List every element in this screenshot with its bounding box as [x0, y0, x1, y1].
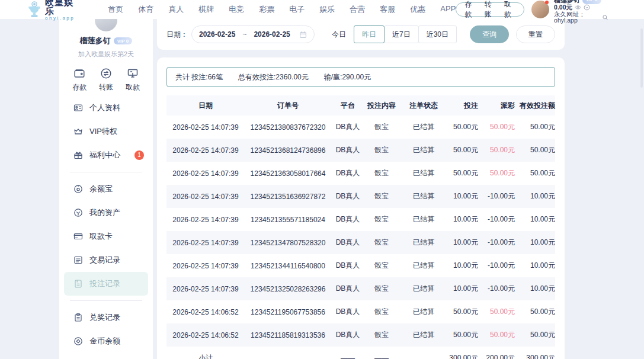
menu-divider: [70, 300, 142, 301]
nav-item-0[interactable]: 首页: [108, 4, 123, 15]
range-button-3[interactable]: 近30日: [418, 25, 457, 43]
header-avatar[interactable]: [531, 1, 549, 18]
cell-status: 已结算: [399, 208, 448, 231]
cell-bet: 10.00元: [448, 231, 478, 254]
sidebar-item-message[interactable]: 消息中心6: [59, 353, 153, 359]
nav-item-9[interactable]: 客服: [380, 4, 395, 15]
bet-records-table: 日期订单号平台投注内容注单状态投注派彩有效投注额 2026-02-25 14:0…: [166, 95, 555, 359]
cell-platform: DB真人: [331, 231, 364, 254]
trophy-logo-icon: [27, 1, 41, 18]
cell-bet: 50.00元: [448, 162, 478, 185]
crown-icon: [73, 127, 83, 136]
calendar-icon: [299, 31, 307, 39]
quick-action-transfer[interactable]: 转账: [99, 68, 113, 92]
quick-action-withdraw[interactable]: 取款: [126, 68, 140, 92]
top-header: 欧皇娱乐 ohyl.app 首页体育真人棋牌电竞彩票电子娱乐合营客服优惠APP …: [0, 0, 644, 19]
menu-divider: [70, 172, 142, 172]
cell-date: 2026-02-25 14:06:52: [166, 323, 245, 347]
refresh-chevron-icon[interactable]: [584, 4, 590, 11]
table-header: 日期订单号平台投注内容注单状态投注派彩有效投注额: [166, 95, 555, 116]
sidebar-item-gift[interactable]: 福利中心1: [59, 143, 153, 167]
table-row: 2026-02-25 14:06:521234521195067753856DB…: [166, 300, 555, 323]
cell-valid: 50.00元: [515, 139, 555, 162]
eye-icon[interactable]: [575, 4, 581, 11]
sidebar-item-coin[interactable]: 金币余额: [59, 329, 153, 353]
filter-card: 日期： 2026-02-25 ~ 2026-02-25 今日昨日近7日近30日 …: [157, 19, 565, 50]
page-scrollbar[interactable]: [640, 28, 643, 88]
deposit-icon: [73, 68, 85, 79]
nav-item-4[interactable]: 电竞: [229, 4, 244, 15]
sidebar-item-label: 取款卡: [89, 231, 113, 242]
range-button-0[interactable]: 今日: [323, 25, 354, 43]
nav-item-10[interactable]: 优惠: [410, 4, 425, 15]
column-header: 平台: [331, 95, 364, 116]
sidebar-item-label: 个人资料: [89, 102, 120, 113]
cell-content: 骰宝: [364, 323, 399, 347]
sidebar-item-transaction[interactable]: 交易记录: [59, 248, 153, 272]
cell-status: 已结算: [399, 139, 448, 162]
withdraw-icon: [127, 68, 139, 79]
sidebar-item-crown[interactable]: VIP特权: [59, 120, 153, 143]
subtotal-content: ——: [364, 347, 399, 359]
profile-avatar[interactable]: [95, 19, 117, 31]
wallet-pill-item-0[interactable]: 存款: [464, 0, 476, 20]
summary-total-valid: 总有效投注:2360.00元: [238, 72, 309, 82]
search-button[interactable]: 查询: [470, 25, 509, 43]
nav-item-1[interactable]: 体育: [138, 4, 153, 15]
sidebar-item-assets[interactable]: 我的资产: [59, 201, 153, 225]
nav-item-2[interactable]: 真人: [168, 4, 184, 15]
quick-range-group: 今日昨日近7日近30日: [324, 25, 457, 43]
column-header: 投注内容: [364, 95, 399, 116]
quick-action-deposit[interactable]: 存款: [72, 68, 86, 92]
sidebar-menu: 个人资料VIP特权福利中心1余额宝我的资产取款卡交易记录投注记录兑奖记录金币余额…: [59, 96, 153, 359]
sidebar-item-label: 我的资产: [89, 207, 120, 218]
cell-payout: -10.00元: [478, 254, 515, 277]
range-button-1[interactable]: 昨日: [354, 25, 385, 43]
cell-order: 1234521355571185024: [245, 208, 331, 231]
sidebar-item-safe[interactable]: 余额宝: [59, 177, 153, 201]
wallet-pill-item-1[interactable]: 转账: [485, 0, 496, 20]
cell-payout: 50.00元: [478, 162, 515, 185]
nav-item-6[interactable]: 电子: [289, 4, 305, 15]
nav-item-11[interactable]: APP: [440, 4, 456, 15]
subtotal-bet: 300.00元: [448, 347, 478, 359]
nav-item-3[interactable]: 棋牌: [198, 4, 214, 15]
date-range-input[interactable]: 2026-02-25 ~ 2026-02-25: [191, 25, 315, 43]
subtotal-valid: 300.00元: [515, 347, 555, 359]
sidebar-item-bank-card[interactable]: 取款卡: [59, 225, 153, 248]
cell-content: 骰宝: [364, 277, 399, 300]
table-row: 2026-02-25 14:07:391234521380837672320DB…: [166, 116, 555, 139]
table-row: 2026-02-25 14:07:391234521368124736896DB…: [166, 139, 555, 162]
table-row: 2026-02-25 14:07:391234521351636927872DB…: [166, 185, 555, 208]
nav-item-5[interactable]: 彩票: [259, 4, 274, 15]
bet-record-icon: [73, 279, 83, 289]
transaction-icon: [73, 255, 83, 265]
brand-name: 欧皇娱乐: [45, 0, 77, 15]
cell-status: 已结算: [399, 277, 448, 300]
cell-valid: 50.00元: [515, 162, 555, 185]
range-button-2[interactable]: 近7日: [384, 25, 419, 43]
cell-order: 1234521344116540800: [245, 254, 331, 277]
cell-order: 1234521185819313536: [245, 323, 331, 347]
cell-platform: DB真人: [331, 254, 364, 277]
cell-status: 已结算: [399, 162, 448, 185]
profile-vip-badge: VIP 0: [114, 37, 132, 44]
brand-domain: ohyl.app: [45, 15, 77, 21]
quick-actions: 存款转账取款: [59, 68, 153, 92]
brand-logo[interactable]: 欧皇娱乐 ohyl.app: [27, 0, 77, 21]
cell-valid: 10.00元: [515, 185, 555, 208]
wallet-pill-item-2[interactable]: 取款: [504, 0, 515, 20]
cell-platform: DB真人: [331, 162, 364, 185]
cell-order: 1234521347807528320: [245, 231, 331, 254]
nav-item-8[interactable]: 合营: [350, 4, 365, 15]
sidebar-item-bet-record[interactable]: 投注记录: [64, 272, 148, 296]
subtotal-row: 小计————300.00元200.00元300.00元: [166, 347, 555, 359]
reset-button[interactable]: 重置: [516, 25, 555, 43]
cell-valid: 10.00元: [515, 254, 555, 277]
nav-item-7[interactable]: 娱乐: [319, 4, 335, 15]
search-icon[interactable]: [602, 14, 608, 21]
sidebar-item-id-card[interactable]: 个人资料: [59, 96, 153, 120]
sidebar-item-redeem[interactable]: 兑奖记录: [59, 306, 153, 329]
column-header: 投注: [448, 95, 478, 116]
cell-valid: 50.00元: [515, 116, 555, 139]
